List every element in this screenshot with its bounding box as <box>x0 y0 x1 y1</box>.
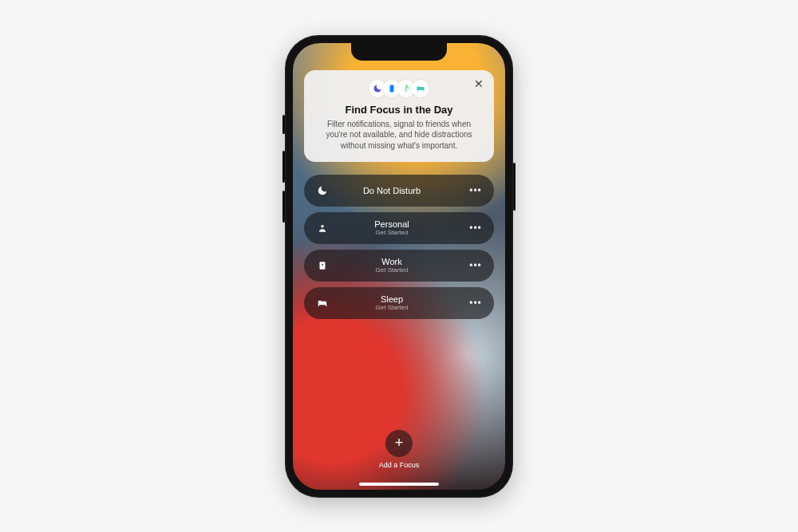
svg-rect-0 <box>390 85 394 92</box>
focus-icon-row <box>317 80 481 97</box>
focus-item-label: Work <box>315 257 468 266</box>
phone-frame: ✕ Find Focus in the Day <box>285 35 513 498</box>
focus-item-subtitle: Get Started <box>315 230 468 237</box>
focus-card-title: Find Focus in the Day <box>317 104 481 116</box>
more-button[interactable]: ••• <box>468 298 483 309</box>
focus-item-label: Personal <box>315 219 468 229</box>
focus-item-label: Sleep <box>315 294 468 304</box>
svg-point-1 <box>406 85 408 86</box>
volume-up-button <box>282 151 285 183</box>
close-icon: ✕ <box>474 77 484 90</box>
more-button[interactable]: ••• <box>468 260 483 271</box>
focus-item-work[interactable]: Work Get Started ••• <box>304 250 494 282</box>
add-focus-label: Add a Focus <box>379 461 420 469</box>
focus-item-label: Do Not Disturb <box>315 186 468 195</box>
focus-intro-card: ✕ Find Focus in the Day <box>304 70 494 163</box>
more-button[interactable]: ••• <box>468 185 483 196</box>
phone-screen: ✕ Find Focus in the Day <box>293 43 505 490</box>
close-button[interactable]: ✕ <box>472 77 486 91</box>
focus-item-subtitle: Get Started <box>315 267 468 274</box>
focus-list: Do Not Disturb ••• Personal Get Started … <box>304 175 494 319</box>
volume-down-button <box>282 191 285 223</box>
focus-item-do-not-disturb[interactable]: Do Not Disturb ••• <box>304 175 494 207</box>
plus-icon: + <box>395 435 404 451</box>
focus-overlay: ✕ Find Focus in the Day <box>293 43 505 490</box>
power-button <box>513 163 516 211</box>
add-focus-section: + Add a Focus <box>304 430 494 477</box>
bed-icon <box>412 80 429 97</box>
home-indicator[interactable] <box>359 483 439 486</box>
add-focus-button[interactable]: + <box>385 430 413 457</box>
more-button[interactable]: ••• <box>468 223 483 234</box>
focus-card-description: Filter notifications, signal to friends … <box>317 119 481 152</box>
focus-item-personal[interactable]: Personal Get Started ••• <box>304 212 494 244</box>
focus-item-subtitle: Get Started <box>315 305 468 312</box>
focus-item-sleep[interactable]: Sleep Get Started ••• <box>304 287 494 319</box>
mute-switch <box>282 115 285 134</box>
